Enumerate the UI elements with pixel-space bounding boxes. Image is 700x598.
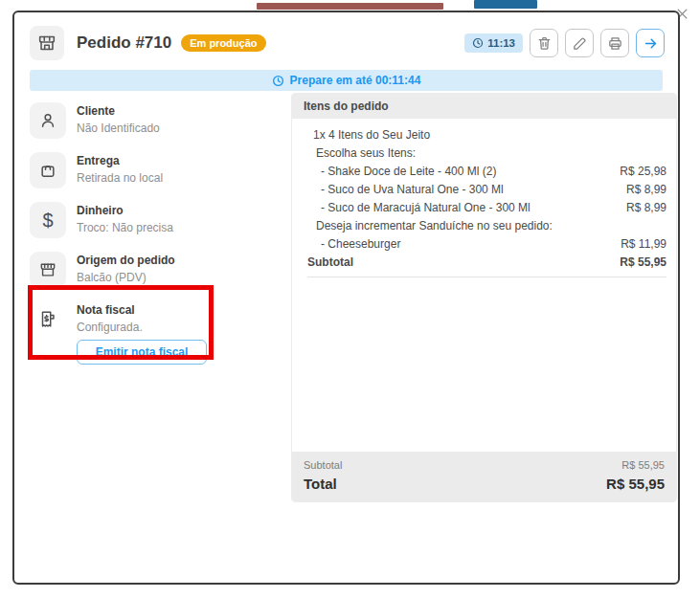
section-value: Retirada no local [77, 171, 163, 185]
item-price: R$ 25,98 [620, 163, 666, 181]
item-name: - Shake Doce de Leite - 400 Ml (2) [321, 163, 496, 181]
section-title: Origem do pedido [77, 254, 175, 267]
section-title: Cliente [77, 104, 160, 118]
item-price: R$ 8,99 [626, 199, 666, 217]
item-group-label: Escolha seus Itens: [316, 144, 666, 163]
section-dinheiro: $ Dinheiro Troco: Não precisa [30, 202, 277, 238]
item-name: - Cheeseburger [321, 235, 400, 254]
footer-total-label: Total [304, 476, 337, 492]
order-modal: Pedido #710 Em produção 11:13 [12, 11, 680, 585]
background-blue-badge [474, 0, 537, 9]
section-value: Não Identificado [77, 122, 160, 135]
items-panel-header: Itens do pedido [292, 94, 676, 119]
print-button[interactable] [600, 29, 629, 57]
clock-icon [272, 75, 284, 87]
item-price: R$ 8,99 [626, 181, 666, 199]
footer-subtotal-row: Subtotal R$ 55,95 [304, 459, 665, 471]
section-value: Balcão (PDV) [77, 271, 175, 284]
footer-subtotal-value: R$ 55,95 [621, 459, 665, 471]
items-list: 1x 4 Itens do Seu Jeito Escolha seus Ite… [292, 119, 676, 452]
totals-footer: Subtotal R$ 55,95 Total R$ 55,95 [292, 452, 676, 501]
section-nota-fiscal: Nota fiscal Configurada. Emitir nota fis… [30, 301, 277, 368]
timer-value: 11:13 [487, 37, 515, 49]
delete-button[interactable] [530, 29, 558, 57]
subtotal-value: R$ 55,95 [620, 254, 666, 272]
footer-total-row: Total R$ 55,95 [304, 476, 665, 492]
timer-badge: 11:13 [464, 33, 523, 53]
item-name: - Suco de Uva Natural One - 300 Ml [321, 181, 504, 199]
page-title: Pedido #710 [77, 33, 171, 53]
section-entrega: Entrega Retirada no local [30, 152, 277, 188]
section-value: Configurada. [77, 321, 207, 334]
emit-invoice-button[interactable]: Emitir nota fiscal [77, 340, 207, 365]
trash-icon [536, 35, 553, 52]
bag-icon [30, 152, 66, 188]
prepare-banner: Prepare em até 00:11:44 [30, 70, 663, 91]
printer-icon [607, 35, 623, 52]
dollar-icon: $ [30, 202, 66, 238]
modal-header: Pedido #710 Em produção 11:13 [14, 12, 678, 66]
order-main-item: 1x 4 Itens do Seu Jeito [313, 126, 666, 144]
status-badge: Em produção [181, 34, 265, 52]
background-alert-text [257, 3, 443, 10]
section-value: Troco: Não precisa [77, 221, 173, 234]
item-name: - Suco de Maracujá Natural One - 300 Ml [321, 199, 531, 217]
advance-order-button[interactable] [636, 29, 665, 57]
section-title: Entrega [77, 154, 163, 167]
footer-subtotal-label: Subtotal [304, 459, 342, 471]
receipt-icon [30, 301, 66, 338]
section-title: Dinheiro [77, 204, 173, 217]
item-row: - Suco de Maracujá Natural One - 300 Ml … [321, 199, 666, 217]
footer-total-value: R$ 55,95 [606, 476, 665, 492]
person-icon [30, 102, 66, 139]
prepare-banner-text: Prepare em até 00:11:44 [290, 74, 421, 87]
items-subtotal-row: Subtotal R$ 55,95 [307, 254, 666, 277]
edit-button[interactable] [565, 29, 594, 57]
item-row: - Suco de Uva Natural One - 300 Ml R$ 8,… [321, 181, 666, 199]
section-origem: Origem do pedido Balcão (PDV) [30, 252, 277, 288]
storefront-icon [30, 26, 64, 60]
item-group-label: Deseja incrementar Sanduíche no seu pedi… [316, 217, 666, 235]
section-cliente: Cliente Não Identificado [30, 102, 277, 139]
arrow-right-icon [643, 35, 659, 52]
section-title: Nota fiscal [77, 303, 207, 317]
subtotal-label: Subtotal [307, 254, 353, 272]
order-items-panel: Itens do pedido 1x 4 Itens do Seu Jeito … [291, 93, 677, 502]
storefront-icon [30, 252, 66, 288]
item-price: R$ 11,99 [621, 235, 666, 254]
item-row: - Shake Doce de Leite - 400 Ml (2) R$ 25… [321, 163, 666, 181]
pencil-icon [572, 35, 588, 52]
clock-icon [472, 37, 484, 49]
item-row: - Cheeseburger R$ 11,99 [321, 235, 666, 254]
order-details-column: Cliente Não Identificado Entrega Retirad… [30, 100, 277, 368]
